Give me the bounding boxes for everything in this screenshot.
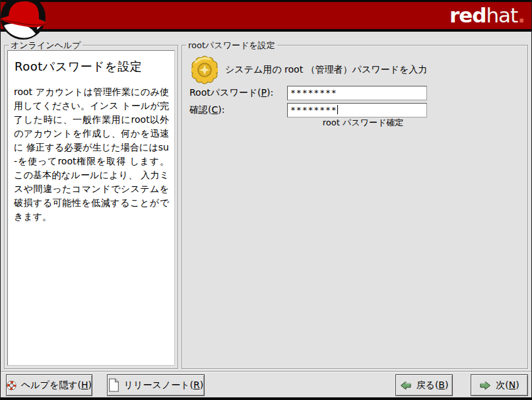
next-mnemonic: N	[509, 380, 515, 390]
redhat-wordmark: redhat.	[449, 3, 525, 28]
hide-help-label: ヘルプを隠す(H)	[21, 380, 92, 391]
release-notes-mnemonic: R	[193, 380, 200, 390]
arrow-right-icon	[479, 380, 491, 391]
password-match-status: root パスワード確定	[287, 117, 427, 129]
back-label: 戻る(B)	[416, 380, 449, 391]
root-password-input[interactable]: ********	[287, 86, 427, 100]
online-help-panel: オンラインヘルプ Rootパスワードを設定 root アカウントは管理作業にのみ…	[4, 45, 178, 369]
hide-help-button[interactable]: ヘルプを隠す(H)	[6, 374, 92, 396]
help-body-text: root アカウントは管理作業にのみ使用してください。インス トールが完了した時…	[14, 85, 169, 224]
confirm-password-label: 確認(C):	[189, 104, 224, 116]
root-password-label-post: ):	[267, 87, 273, 98]
wordmark-dot: .	[517, 3, 525, 27]
installer-window: redhat. オンラインヘルプ Rootパスワードを設定 root アカウント…	[0, 0, 532, 400]
confirm-mnemonic: C	[211, 104, 218, 115]
release-notes-label-pre: リリースノート(	[124, 380, 193, 390]
back-label-pre: 戻る(	[416, 380, 439, 390]
redhat-shadowman-icon	[1, 0, 53, 42]
root-password-label: Rootパスワード(P):	[189, 87, 273, 99]
confirm-label-post: ):	[218, 104, 224, 115]
root-password-frame-label: rootパスワードを設定	[186, 40, 277, 50]
back-button[interactable]: 戻る(B)	[395, 374, 453, 396]
confirm-password-input[interactable]: ********	[287, 103, 427, 117]
lifebuoy-icon	[7, 379, 17, 392]
footer-separator	[1, 371, 531, 372]
wordmark-hat: hat	[486, 3, 517, 27]
gold-badge-icon	[191, 55, 218, 84]
arrow-left-icon	[400, 380, 412, 391]
next-label: 次(N)	[496, 380, 519, 391]
next-label-post: )	[515, 380, 519, 390]
release-notes-label: リリースノート(R)	[124, 380, 203, 391]
confirm-label-pre: 確認(	[189, 104, 211, 115]
back-mnemonic: B	[438, 380, 445, 390]
document-icon	[108, 378, 119, 392]
root-password-label-pre: Rootパスワード(	[189, 87, 261, 98]
hide-help-label-post: )	[88, 380, 92, 390]
next-button[interactable]: 次(N)	[471, 374, 528, 396]
root-password-value: ********	[290, 88, 337, 98]
instruction-text: システム用の root （管理者）パスワードを入力	[225, 64, 427, 76]
root-password-panel: rootパスワードを設定	[182, 45, 528, 369]
hide-help-mnemonic: H	[81, 380, 88, 390]
hide-help-label-pre: ヘルプを隠す(	[21, 380, 81, 390]
text-cursor	[337, 105, 338, 114]
help-viewer: Rootパスワードを設定 root アカウントは管理作業にのみ使用してください。…	[7, 50, 175, 366]
next-label-pre: 次(	[496, 380, 508, 390]
instruction-row: システム用の root （管理者）パスワードを入力	[191, 55, 427, 84]
wordmark-red: red	[449, 3, 486, 27]
root-password-mnemonic: P	[261, 87, 267, 98]
help-title: Rootパスワードを設定	[15, 59, 169, 75]
release-notes-label-post: )	[200, 380, 203, 390]
back-label-post: )	[445, 380, 448, 390]
release-notes-button[interactable]: リリースノート(R)	[107, 374, 205, 396]
confirm-password-value: ********	[290, 105, 337, 115]
